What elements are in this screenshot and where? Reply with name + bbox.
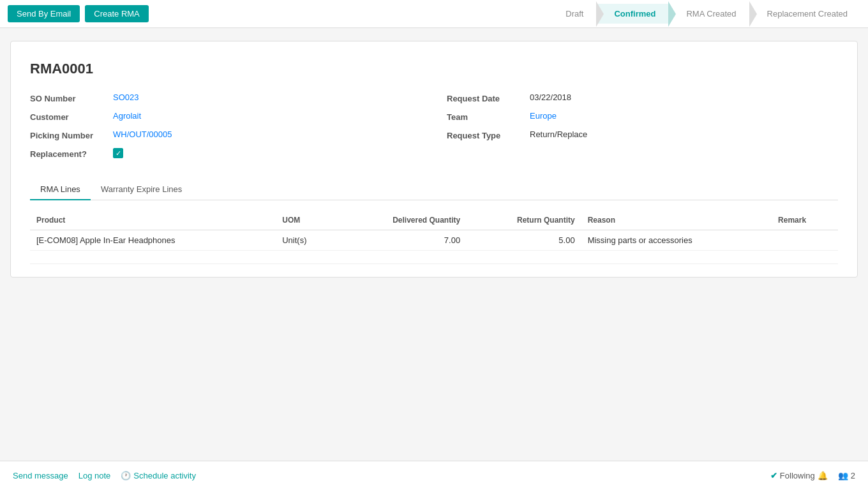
cell-return-quantity: 5.00 <box>467 230 581 251</box>
tab-warranty-expire-lines[interactable]: Warranty Expire Lines <box>91 179 192 200</box>
bell-icon: 🔔 <box>818 471 828 480</box>
check-icon: ✔ <box>770 471 777 480</box>
log-note-button[interactable]: Log note <box>79 471 111 480</box>
status-bar: DraftConfirmedRMA CreatedReplacement Cre… <box>548 4 860 24</box>
col-header-reason: Reason <box>581 211 772 230</box>
team-label: Team <box>447 111 530 122</box>
customer-value[interactable]: Agrolait <box>113 111 141 121</box>
schedule-activity-button[interactable]: 🕐 Schedule activity <box>121 471 196 480</box>
main-content: RMA0001 SO Number SO023 Customer Agrolai… <box>0 28 868 290</box>
replacement-label: Replacement? <box>30 148 113 159</box>
replacement-field: Replacement? ✓ <box>30 148 421 159</box>
so-number-label: SO Number <box>30 93 113 103</box>
request-type-label: Request Type <box>447 130 530 140</box>
chatter-right: ✔ Following 🔔 👥 2 <box>770 471 855 480</box>
request-date-value: 03/22/2018 <box>530 93 571 102</box>
status-step-rma-created[interactable]: RMA Created <box>668 4 749 24</box>
chatter-actions: Send message Log note 🕐 Schedule activit… <box>13 471 196 480</box>
request-type-field: Request Type Return/Replace <box>447 130 838 140</box>
request-date-field: Request Date 03/22/2018 <box>447 93 838 103</box>
col-header-return-quantity: Return Quantity <box>467 211 581 230</box>
table-row: [E-COM08] Apple In-Ear HeadphonesUnit(s)… <box>30 230 838 251</box>
col-header-remark: Remark <box>772 211 838 230</box>
table-body: [E-COM08] Apple In-Ear HeadphonesUnit(s)… <box>30 230 838 251</box>
table-header-row: ProductUOMDelivered QuantityReturn Quant… <box>30 211 838 230</box>
request-date-label: Request Date <box>447 93 530 103</box>
tab-rma-lines[interactable]: RMA Lines <box>30 179 91 200</box>
col-header-product: Product <box>30 211 276 230</box>
following-button[interactable]: ✔ Following 🔔 <box>770 471 828 480</box>
form-divider <box>30 264 838 264</box>
rma-lines-table: ProductUOMDelivered QuantityReturn Quant… <box>30 211 838 251</box>
team-field: Team Europe <box>447 111 838 122</box>
schedule-activity-label: Schedule activity <box>133 471 196 480</box>
so-number-value[interactable]: SO023 <box>113 93 138 102</box>
followers-count: 👥 2 <box>838 471 855 480</box>
cell-remark <box>772 230 838 251</box>
cell-delivered-quantity: 7.00 <box>336 230 467 251</box>
form-card: RMA0001 SO Number SO023 Customer Agrolai… <box>10 41 858 278</box>
cell-reason: Missing parts or accessories <box>581 230 772 251</box>
tabs: RMA LinesWarranty Expire Lines <box>30 179 838 200</box>
team-value[interactable]: Europe <box>530 111 557 121</box>
picking-number-field: Picking Number WH/OUT/00005 <box>30 130 421 140</box>
send-message-button[interactable]: Send message <box>13 471 68 480</box>
cell-product: [E-COM08] Apple In-Ear Headphones <box>30 230 276 251</box>
send-email-button[interactable]: Send By Email <box>8 5 80 22</box>
picking-number-label: Picking Number <box>30 130 113 140</box>
clock-icon: 🕐 <box>121 471 131 480</box>
people-icon: 👥 <box>838 471 848 480</box>
col-header-uom: UOM <box>276 211 336 230</box>
toolbar-left: Send By Email Create RMA <box>8 5 149 22</box>
followers-number: 2 <box>851 471 855 480</box>
following-label: Following <box>780 471 815 480</box>
so-number-field: SO Number SO023 <box>30 93 421 103</box>
cell-uom: Unit(s) <box>276 230 336 251</box>
toolbar: Send By Email Create RMA DraftConfirmedR… <box>0 0 868 28</box>
replacement-checkbox[interactable]: ✓ <box>113 148 123 158</box>
create-rma-button[interactable]: Create RMA <box>85 5 149 22</box>
picking-number-value[interactable]: WH/OUT/00005 <box>113 130 172 139</box>
request-type-value: Return/Replace <box>530 130 587 139</box>
status-step-confirmed[interactable]: Confirmed <box>596 4 668 24</box>
customer-field: Customer Agrolait <box>30 111 421 122</box>
form-fields: SO Number SO023 Customer Agrolait Pickin… <box>30 93 838 167</box>
chatter-bar: Send message Log note 🕐 Schedule activit… <box>0 461 868 490</box>
customer-label: Customer <box>30 111 113 122</box>
status-step-replacement-created[interactable]: Replacement Created <box>749 4 860 24</box>
record-title: RMA0001 <box>30 61 838 77</box>
status-step-draft[interactable]: Draft <box>548 4 596 24</box>
col-header-delivered-quantity: Delivered Quantity <box>336 211 467 230</box>
